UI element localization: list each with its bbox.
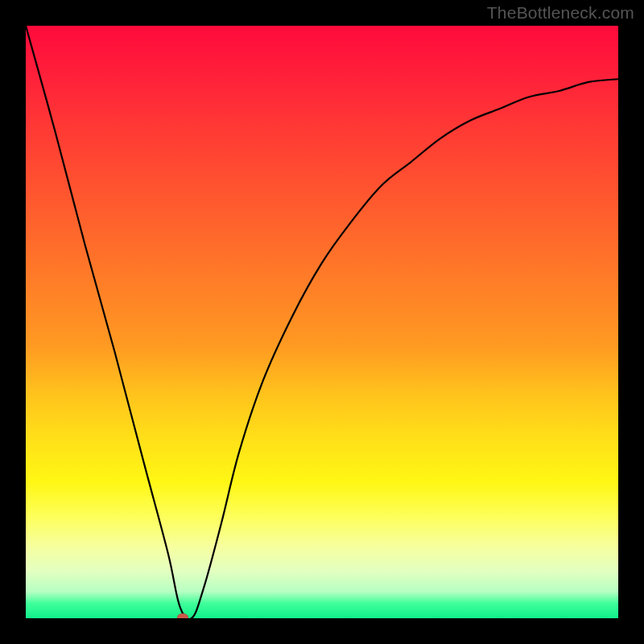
watermark-text: TheBottleneck.com: [487, 3, 634, 23]
bottleneck-curve: [26, 26, 618, 618]
optimal-point-marker: [177, 613, 188, 618]
chart-frame: TheBottleneck.com: [0, 0, 644, 644]
plot-area: [26, 26, 618, 618]
